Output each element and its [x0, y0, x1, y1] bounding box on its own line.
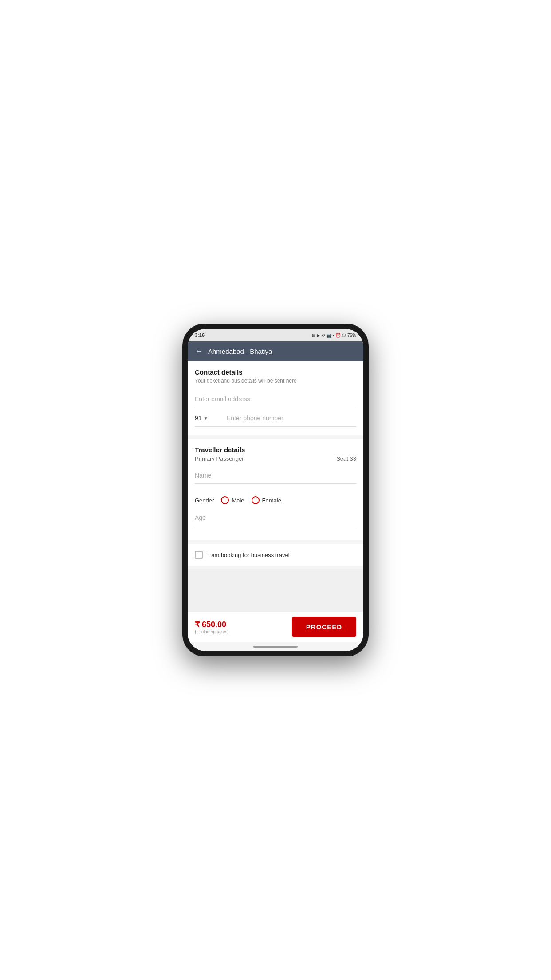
app-header: ← Ahmedabad - Bhatiya: [188, 341, 363, 361]
phone-frame: 3:16 ⊟ ▶ ⟲ 📷 • ⏰ ⬡ 76% ← Ahmedabad - Bha…: [182, 324, 369, 656]
seat-info: Seat 33: [336, 455, 356, 462]
seat-number: 33: [350, 455, 356, 462]
female-radio-circle: [252, 496, 260, 504]
phone-input[interactable]: [227, 415, 356, 422]
status-time: 3:16: [195, 332, 205, 338]
traveller-details-title: Traveller details: [195, 446, 356, 454]
male-radio[interactable]: Male: [221, 496, 244, 504]
contact-details-title: Contact details: [195, 368, 356, 376]
price-section: ₹ 650.00 (Excluding taxes): [195, 620, 229, 634]
traveller-details-section: Traveller details Primary Passenger Seat…: [188, 439, 363, 540]
proceed-button[interactable]: PROCEED: [292, 617, 356, 637]
page-title: Ahmedabad - Bhatiya: [208, 348, 272, 355]
currency-symbol: ₹: [195, 620, 200, 629]
bottom-bar: ₹ 650.00 (Excluding taxes) PROCEED: [188, 611, 363, 642]
home-indicator: [188, 642, 363, 651]
male-radio-circle: [221, 496, 229, 504]
battery-percent: 76%: [347, 333, 356, 338]
main-content: Contact details Your ticket and bus deta…: [188, 361, 363, 611]
business-travel-section: I am booking for business travel: [188, 544, 363, 566]
country-code-value: 91: [195, 415, 202, 422]
gray-area: [188, 569, 363, 611]
status-indicators: ⊟ ▶ ⟲ 📷 • ⏰ ⬡: [312, 333, 346, 338]
passenger-row: Primary Passenger Seat 33: [195, 455, 356, 462]
age-input[interactable]: [195, 510, 356, 526]
passenger-label: Primary Passenger: [195, 455, 244, 462]
country-code-dropdown[interactable]: 91 ▼: [195, 415, 221, 422]
price-amount: ₹ 650.00: [195, 620, 229, 629]
back-button[interactable]: ←: [195, 347, 203, 356]
contact-details-subtitle: Your ticket and bus details will be sent…: [195, 378, 356, 384]
contact-details-section: Contact details Your ticket and bus deta…: [188, 361, 363, 435]
female-label: Female: [262, 497, 281, 504]
business-travel-label: I am booking for business travel: [208, 552, 290, 558]
gender-label: Gender: [195, 497, 214, 504]
name-input[interactable]: [195, 467, 356, 484]
business-travel-checkbox[interactable]: [195, 551, 203, 559]
male-label: Male: [232, 497, 244, 504]
female-radio[interactable]: Female: [252, 496, 281, 504]
phone-row: 91 ▼: [195, 415, 356, 427]
gender-row: Gender Male Female: [195, 496, 356, 504]
status-bar: 3:16 ⊟ ▶ ⟲ 📷 • ⏰ ⬡ 76%: [188, 329, 363, 341]
status-icons: ⊟ ▶ ⟲ 📷 • ⏰ ⬡ 76%: [312, 333, 356, 338]
phone-screen: 3:16 ⊟ ▶ ⟲ 📷 • ⏰ ⬡ 76% ← Ahmedabad - Bha…: [188, 329, 363, 651]
seat-label: Seat: [336, 455, 348, 462]
dropdown-arrow-icon: ▼: [204, 416, 208, 421]
price-value: 650.00: [202, 620, 226, 629]
home-bar: [253, 646, 298, 648]
price-note: (Excluding taxes): [195, 629, 229, 634]
email-input[interactable]: [195, 391, 356, 407]
